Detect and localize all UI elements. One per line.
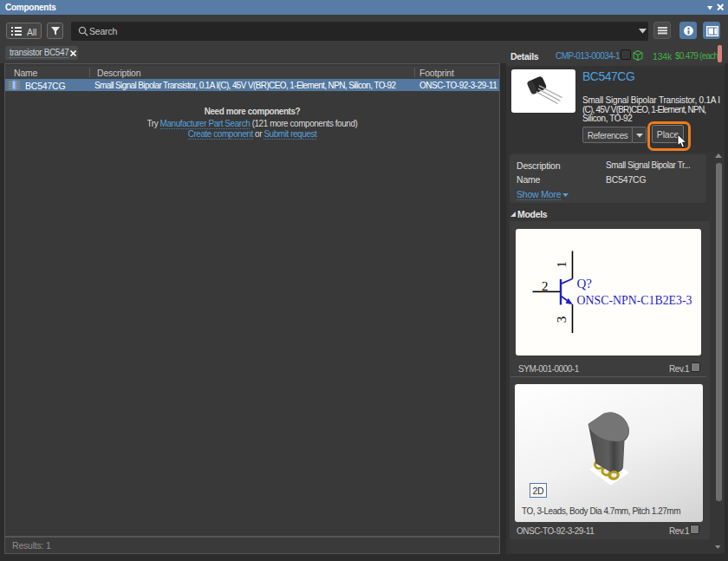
svg-text:2: 2 — [542, 279, 549, 293]
svg-text:ONSC-NPN-C1B2E3-3: ONSC-NPN-C1B2E3-3 — [577, 293, 692, 307]
svg-text:3: 3 — [555, 316, 569, 323]
svg-text:Q?: Q? — [577, 277, 593, 290]
svg-text:1: 1 — [555, 261, 569, 268]
